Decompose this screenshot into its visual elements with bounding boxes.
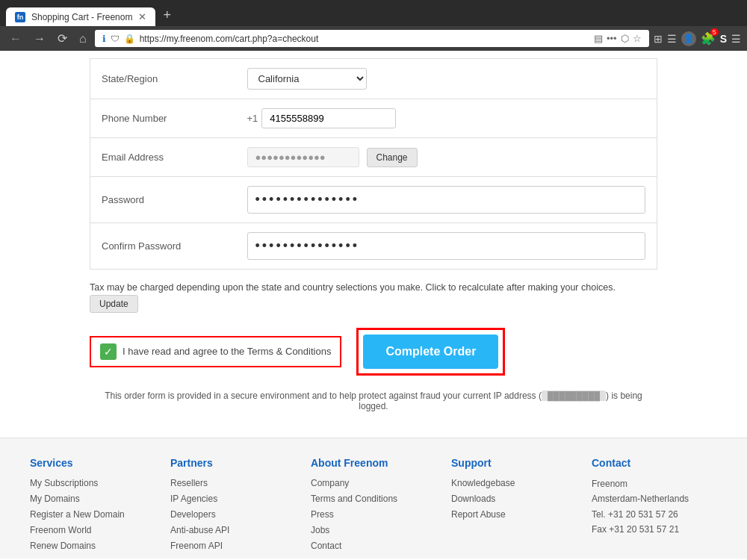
form-table: State/Region California Phone Number +1	[90, 58, 657, 270]
forward-button[interactable]: →	[30, 31, 49, 47]
list-item: Developers	[170, 508, 296, 520]
list-item: Knowledgebase	[451, 476, 577, 488]
complete-order-button[interactable]: Complete Order	[363, 335, 498, 369]
reload-button[interactable]: ⟳	[54, 30, 71, 47]
footer-about: About Freenom Company Terms and Conditio…	[311, 457, 436, 555]
footer-contact-heading: Contact	[592, 457, 717, 469]
toolbar-right: ⊞ ☰ 👤 🧩5 S ☰	[654, 31, 741, 46]
footer-partners-heading: Partners	[170, 457, 296, 469]
state-select[interactable]: California	[247, 68, 367, 90]
contact-name: Freenom	[592, 479, 627, 489]
contact-fax: Fax +31 20 531 57 21	[592, 524, 679, 535]
downloads-link[interactable]: Downloads	[451, 494, 495, 504]
synced-tabs-icon[interactable]: ☰	[667, 33, 677, 45]
password-row: Password	[90, 177, 657, 223]
state-cell: California	[240, 59, 657, 99]
phone-row: Phone Number +1	[90, 99, 657, 138]
developers-link[interactable]: Developers	[170, 509, 216, 520]
knowledgebase-link[interactable]: Knowledgebase	[451, 478, 515, 488]
list-item: Company	[311, 476, 436, 488]
phone-wrapper: +1	[247, 108, 646, 128]
contact-address: Amsterdam-Netherlands	[592, 494, 689, 504]
ip-agencies-link[interactable]: IP Agencies	[170, 494, 217, 504]
browser-chrome: fn Shopping Cart - Freenom ✕ +	[0, 0, 747, 26]
my-subscriptions-link[interactable]: My Subscriptions	[30, 478, 98, 488]
list-item: Resellers	[170, 476, 296, 488]
footer-support-list: Knowledgebase Downloads Report Abuse	[451, 476, 577, 520]
star-icon[interactable]: ☆	[633, 33, 642, 44]
sync-icon[interactable]: S	[720, 33, 727, 45]
list-item: Terms and Conditions	[311, 492, 436, 504]
footer-grid: Services My Subscriptions My Domains Reg…	[30, 457, 717, 555]
browser-tabs: fn Shopping Cart - Freenom ✕ +	[6, 4, 741, 26]
email-row: Email Address ●●●●●●●●●●●● Change	[90, 138, 657, 177]
agreement-text: I have read and agree to the Terms & Con…	[123, 346, 331, 357]
report-abuse-link[interactable]: Report Abuse	[451, 509, 506, 520]
company-link[interactable]: Company	[311, 478, 349, 488]
update-button[interactable]: Update	[90, 295, 138, 313]
extensions-icon[interactable]: 🧩5	[701, 31, 716, 46]
terms-checkbox[interactable]: ✓	[100, 343, 117, 360]
avatar-icon[interactable]: 👤	[681, 31, 696, 46]
checkout-form: State/Region California Phone Number +1	[75, 51, 672, 438]
phone-input[interactable]	[261, 108, 396, 128]
new-tab-button[interactable]: +	[157, 4, 177, 26]
list-item: Downloads	[451, 492, 577, 504]
home-button[interactable]: ⌂	[75, 31, 90, 47]
press-link[interactable]: Press	[311, 509, 334, 520]
freenom-world-link[interactable]: Freenom World	[30, 525, 91, 535]
list-item: Press	[311, 508, 436, 520]
menu-button[interactable]: ☰	[731, 33, 741, 45]
phone-cell: +1	[240, 99, 657, 138]
jobs-link[interactable]: Jobs	[311, 525, 329, 535]
footer-services: Services My Subscriptions My Domains Reg…	[30, 457, 155, 555]
reader-mode-icon[interactable]: ▤	[594, 33, 603, 44]
complete-order-wrapper: Complete Order	[356, 328, 505, 376]
tax-notice: Tax may be charged depending upon the st…	[90, 281, 657, 313]
page-content: State/Region California Phone Number +1	[0, 51, 747, 559]
change-email-button[interactable]: Change	[367, 148, 418, 167]
state-label: State/Region	[90, 59, 240, 99]
confirm-password-input[interactable]	[247, 232, 646, 260]
tax-section: Tax may be charged depending upon the st…	[90, 281, 657, 313]
security-info-icon: ℹ	[102, 34, 106, 44]
tab-close-button[interactable]: ✕	[138, 11, 146, 22]
phone-prefix: +1	[247, 113, 258, 124]
list-item: IP Agencies	[170, 492, 296, 504]
register-domain-link[interactable]: Register a New Domain	[30, 509, 125, 520]
my-domains-link[interactable]: My Domains	[30, 494, 80, 504]
address-bar[interactable]: ℹ 🛡 🔒 https://my.freenom.com/cart.php?a=…	[95, 30, 649, 47]
freenom-api-link[interactable]: Freenom API	[170, 541, 223, 551]
agreement-section: ✓ I have read and agree to the Terms & C…	[90, 328, 657, 376]
footer-services-heading: Services	[30, 457, 155, 469]
contact-link[interactable]: Contact	[311, 541, 341, 551]
state-row: State/Region California	[90, 59, 657, 99]
email-masked: ●●●●●●●●●●●●	[247, 147, 359, 167]
footer-support-heading: Support	[451, 457, 577, 469]
address-bar-icons: ▤ ••• ⬡ ☆	[594, 33, 642, 44]
state-select-wrapper: California	[247, 68, 646, 90]
email-wrapper: ●●●●●●●●●●●● Change	[247, 147, 646, 167]
security-shield-icon: 🛡	[111, 34, 120, 44]
footer-services-list: My Subscriptions My Domains Register a N…	[30, 476, 155, 551]
more-icon[interactable]: •••	[607, 33, 617, 44]
renew-domains-link[interactable]: Renew Domains	[30, 541, 96, 551]
contact-tel: Tel. +31 20 531 57 26	[592, 509, 678, 520]
back-button[interactable]: ←	[6, 31, 25, 47]
phone-label: Phone Number	[90, 99, 240, 138]
pocket-icon[interactable]: ⬡	[621, 33, 629, 44]
ip-address-masked: █████████	[542, 391, 606, 401]
password-input[interactable]	[247, 186, 646, 214]
tab-title: Shopping Cart - Freenom	[31, 12, 132, 22]
anti-abuse-api-link[interactable]: Anti-abuse API	[170, 525, 229, 535]
resellers-link[interactable]: Resellers	[170, 478, 208, 488]
active-tab[interactable]: fn Shopping Cart - Freenom ✕	[6, 7, 155, 26]
library-icon[interactable]: ⊞	[654, 33, 663, 45]
footer-support: Support Knowledgebase Downloads Report A…	[451, 457, 577, 555]
url-text: https://my.freenom.com/cart.php?a=checko…	[140, 34, 319, 44]
footer-partners-list: Resellers IP Agencies Developers Anti-ab…	[170, 476, 296, 551]
terms-link[interactable]: Terms and Conditions	[311, 494, 397, 504]
list-item: Contact	[311, 539, 436, 551]
browser-toolbar: ← → ⟳ ⌂ ℹ 🛡 🔒 https://my.freenom.com/car…	[0, 26, 747, 51]
confirm-password-cell	[240, 223, 657, 270]
